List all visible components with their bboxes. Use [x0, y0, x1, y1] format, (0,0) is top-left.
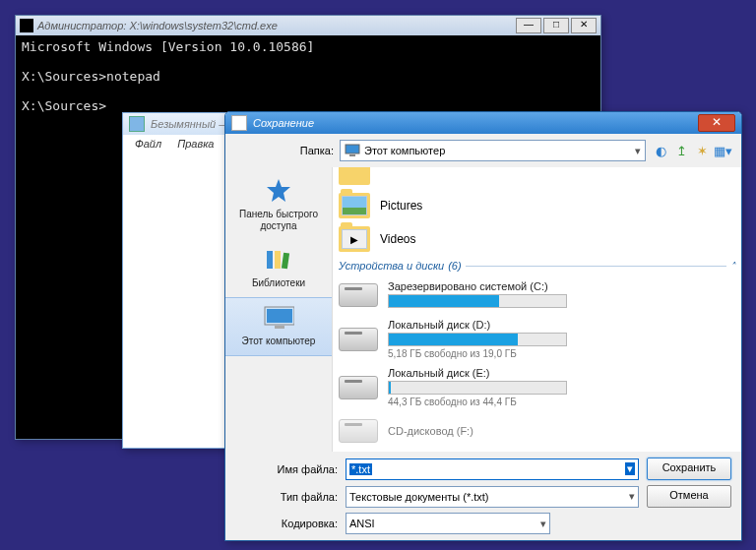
place-quick-access[interactable]: Панель быстрого доступа [225, 171, 332, 240]
cmd-window-buttons: — □ ✕ [516, 18, 597, 33]
usage-bar [388, 294, 567, 308]
folder-icon [339, 193, 370, 218]
close-button[interactable]: ✕ [571, 18, 597, 33]
drive-d[interactable]: Локальный диск (D:) 5,18 ГБ свободно из … [333, 315, 741, 363]
dialog-bottom: Имя файла: *.txt▾ Сохранить Тип файла: Т… [225, 452, 741, 540]
place-libraries[interactable]: Библиотеки [225, 240, 332, 297]
cmd-titlebar[interactable]: Администратор: X:\windows\system32\cmd.e… [16, 16, 600, 35]
svg-rect-5 [282, 253, 289, 270]
libraries-icon [263, 244, 294, 275]
notepad-icon [129, 116, 145, 132]
cancel-button[interactable]: Отмена [647, 485, 731, 508]
save-icon [231, 115, 247, 131]
group-devices[interactable]: Устройства и диски (6) ˄ [333, 256, 741, 275]
svg-marker-2 [267, 179, 290, 202]
filetype-combo[interactable]: Текстовые документы (*.txt)▾ [346, 486, 639, 508]
drive-e[interactable]: Локальный диск (E:) 44,3 ГБ свободно из … [333, 363, 741, 411]
picture-icon [342, 196, 367, 215]
computer-icon [263, 302, 294, 334]
chevron-down-icon: ▾ [625, 462, 635, 475]
drive-icon [339, 283, 378, 307]
new-folder-icon[interactable]: ✶ [693, 142, 711, 159]
dialog-title: Сохранение [253, 117, 692, 129]
dialog-titlebar[interactable]: Сохранение ✕ [225, 112, 741, 134]
drive-f[interactable]: CD-дисковод (F:) [333, 411, 741, 451]
back-icon[interactable]: ◐ [652, 142, 669, 159]
lookin-combo[interactable]: Этот компьютер ▾ [340, 140, 646, 161]
filetype-label: Тип файла: [235, 491, 338, 503]
usage-bar [388, 381, 567, 395]
view-menu-icon[interactable]: ▦▾ [714, 142, 731, 159]
save-button[interactable]: Сохранить [647, 458, 731, 480]
minimize-button[interactable]: — [516, 18, 541, 33]
lookin-label: Папка: [235, 145, 334, 156]
drive-c[interactable]: Зарезервировано системой (C:) [333, 275, 741, 315]
video-icon: ▶ [342, 229, 367, 249]
cmd-title: Администратор: X:\windows\system32\cmd.e… [37, 20, 512, 31]
dialog-mid: Панель быстрого доступа Библиотеки Этот … [225, 167, 741, 452]
folder-pictures[interactable]: Pictures [333, 189, 741, 222]
folder-videos[interactable]: ▶ Videos [333, 222, 741, 256]
cd-drive-icon [339, 419, 378, 443]
maximize-button[interactable]: □ [543, 18, 569, 33]
place-this-pc[interactable]: Этот компьютер [225, 297, 332, 356]
encoding-combo[interactable]: ANSI▾ [346, 513, 550, 534]
notepad-title: Безымянный – [151, 118, 224, 130]
chevron-down-icon: ▾ [629, 490, 635, 503]
star-icon [263, 175, 294, 207]
dialog-body: Папка: Этот компьютер ▾ ◐ ↥ ✶ ▦▾ Панель … [225, 134, 741, 540]
close-button[interactable]: ✕ [698, 114, 735, 132]
up-icon[interactable]: ↥ [672, 142, 690, 159]
cmd-icon [20, 19, 33, 32]
usage-bar [388, 333, 567, 346]
svg-rect-1 [349, 154, 355, 156]
folder-icon [339, 167, 370, 185]
toolbar-icons: ◐ ↥ ✶ ▦▾ [652, 142, 731, 159]
svg-rect-8 [275, 326, 284, 329]
folder-icon: ▶ [339, 226, 370, 252]
computer-icon [345, 144, 360, 157]
drive-icon [339, 376, 378, 399]
save-dialog: Сохранение ✕ Папка: Этот компьютер ▾ ◐ ↥… [224, 111, 742, 541]
places-bar: Панель быстрого доступа Библиотеки Этот … [225, 167, 333, 452]
chevron-up-icon: ˄ [730, 261, 735, 272]
filename-label: Имя файла: [235, 463, 338, 475]
menu-edit[interactable]: Правка [171, 137, 220, 156]
folder-item[interactable] [333, 167, 741, 189]
svg-rect-3 [267, 251, 273, 269]
encoding-label: Кодировка: [235, 518, 338, 529]
chevron-down-icon: ▾ [635, 145, 641, 157]
menu-file[interactable]: Файл [129, 137, 167, 156]
svg-rect-0 [346, 145, 359, 153]
svg-rect-7 [267, 309, 292, 323]
file-list[interactable]: Pictures ▶ Videos Устройства и диски (6)… [333, 167, 741, 452]
svg-rect-4 [275, 251, 281, 269]
lookin-row: Папка: Этот компьютер ▾ ◐ ↥ ✶ ▦▾ [225, 134, 741, 167]
filename-field[interactable]: *.txt▾ [346, 458, 639, 480]
drive-icon [339, 328, 378, 351]
chevron-down-icon: ▾ [540, 518, 546, 530]
